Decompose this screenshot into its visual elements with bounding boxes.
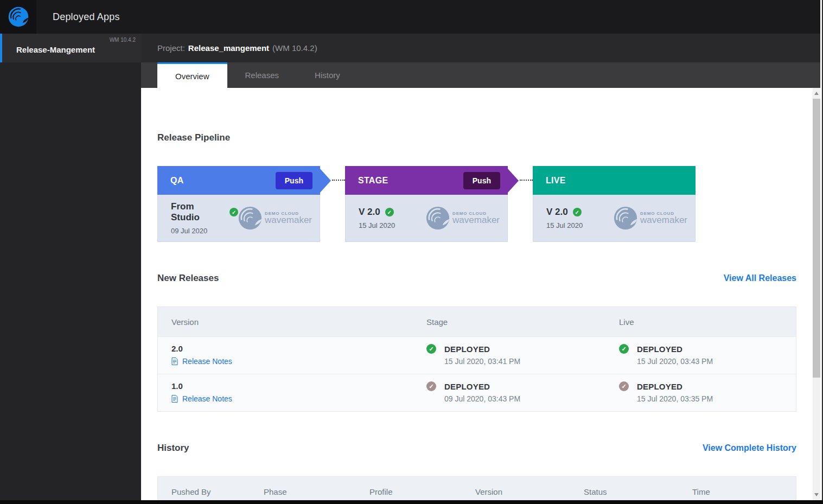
- stage-date: 15 Jul 2020: [546, 221, 583, 229]
- column-version: Version: [475, 487, 584, 496]
- view-all-releases-link[interactable]: View All Releases: [724, 273, 796, 283]
- tab-releases[interactable]: Releases: [227, 62, 297, 88]
- demo-cloud-brand: DEMO CLOUD wavemaker: [426, 206, 500, 230]
- status-badge: DEPLOYED: [444, 344, 490, 354]
- brand-line2: wavemaker: [452, 216, 500, 225]
- sidebar: WM 10.4.2 Release-Mangement: [0, 34, 141, 500]
- scroll-up-button[interactable]: [813, 89, 820, 98]
- stage-header-live: LIVE: [533, 166, 696, 195]
- column-stage: Stage: [426, 317, 619, 327]
- view-complete-history-link[interactable]: View Complete History: [703, 443, 796, 453]
- stage-name: STAGE: [358, 176, 388, 186]
- pipeline-stage-card-live: LIVE V 2.0 ✓ 15 Jul 2020 DEMO CLOUD wave…: [533, 166, 696, 242]
- column-pushed-by: Pushed By: [158, 487, 264, 496]
- arrow-down-icon: [814, 493, 819, 496]
- stage-name: QA: [170, 176, 184, 186]
- status-badge: DEPLOYED: [444, 382, 490, 391]
- wavemaker-wave-icon: [238, 206, 262, 230]
- column-time: Time: [692, 487, 796, 496]
- new-releases-table: Version Stage Live 2.0 Release Notes ✓ D…: [157, 307, 796, 412]
- window-right-edge: [820, 0, 823, 504]
- overview-panel: Release Pipeline QA Push From Studio ✓ 0…: [141, 88, 813, 500]
- check-circle-icon: ✓: [619, 381, 629, 391]
- wavemaker-wave-icon: [426, 206, 450, 230]
- history-table: Pushed By Phase Profile Version Status T…: [157, 476, 796, 500]
- stage-header-qa: QA Push: [157, 166, 320, 195]
- check-circle-icon: ✓: [426, 381, 436, 391]
- status-time: 15 Jul 2020, 03:43 PM: [637, 357, 796, 366]
- check-circle-icon: ✓: [229, 208, 238, 216]
- pipeline-stage-card-stage: STAGE Push V 2.0 ✓ 15 Jul 2020 DEMO CLOU…: [345, 166, 508, 242]
- column-profile: Profile: [369, 487, 475, 496]
- column-live: Live: [619, 317, 796, 327]
- pipeline-connector: [508, 166, 533, 195]
- new-releases-table-header: Version Stage Live: [158, 307, 796, 336]
- project-version-badge: WM 10.4.2: [110, 37, 136, 43]
- tab-history[interactable]: History: [297, 62, 358, 88]
- app-title: Deployed Apps: [53, 11, 120, 23]
- document-icon: [171, 395, 178, 403]
- push-button-stage[interactable]: Push: [463, 172, 500, 189]
- column-version: Version: [158, 317, 426, 327]
- arrow-up-icon: [814, 92, 819, 95]
- stage-body-qa: From Studio ✓ 09 Jul 2020 DEMO CLOUD wav…: [157, 195, 320, 242]
- column-status: Status: [584, 487, 692, 496]
- stage-version: V 2.0: [359, 207, 380, 218]
- pipeline-connector: [320, 166, 345, 195]
- release-pipeline: QA Push From Studio ✓ 09 Jul 2020 DEMO C…: [157, 166, 796, 242]
- release-pipeline-title: Release Pipeline: [157, 132, 796, 143]
- project-title: Release_mangement: [188, 43, 269, 53]
- pipeline-stage-card-qa: QA Push From Studio ✓ 09 Jul 2020 DEMO C…: [157, 166, 320, 242]
- scroll-down-button[interactable]: [813, 490, 820, 499]
- app-logo[interactable]: [0, 0, 36, 34]
- stage-header-stage: STAGE Push: [345, 166, 508, 195]
- window-bottom-edge: [0, 500, 823, 504]
- column-phase: Phase: [264, 487, 369, 496]
- release-notes-link[interactable]: Release Notes: [171, 394, 426, 403]
- stage-date: 09 Jul 2020: [171, 227, 238, 235]
- status-badge: DEPLOYED: [637, 344, 682, 354]
- check-circle-icon: ✓: [573, 208, 582, 216]
- check-circle-icon: ✓: [619, 344, 629, 354]
- brand-line2: wavemaker: [640, 216, 687, 225]
- dotted-line: [332, 180, 345, 181]
- check-circle-icon: ✓: [385, 208, 394, 216]
- stage-body-stage: V 2.0 ✓ 15 Jul 2020 DEMO CLOUD wavemaker: [345, 195, 508, 242]
- sidebar-item-project[interactable]: WM 10.4.2 Release-Mangement: [0, 34, 141, 62]
- document-icon: [171, 358, 178, 365]
- status-time: 15 Jul 2020, 03:35 PM: [637, 394, 796, 403]
- release-notes-label: Release Notes: [182, 357, 232, 366]
- release-version: 2.0: [171, 344, 426, 353]
- wavemaker-logo-icon: [8, 7, 29, 27]
- release-notes-link[interactable]: Release Notes: [171, 357, 426, 366]
- dotted-line: [520, 180, 533, 181]
- table-row: 1.0 Release Notes ✓ DEPLOYED 09 Jul 2020…: [158, 374, 796, 411]
- project-name: Release-Mangement: [16, 45, 136, 54]
- status-time: 15 Jul 2020, 03:41 PM: [444, 357, 619, 366]
- history-table-header: Pushed By Phase Profile Version Status T…: [158, 477, 796, 500]
- stage-version: From Studio: [171, 201, 225, 223]
- tab-overview[interactable]: Overview: [157, 62, 227, 88]
- demo-cloud-brand: DEMO CLOUD wavemaker: [238, 206, 312, 230]
- history-title: History: [157, 443, 189, 454]
- wavemaker-wave-icon: [614, 206, 637, 230]
- push-button-qa[interactable]: Push: [276, 172, 312, 189]
- status-badge: DEPLOYED: [637, 382, 682, 391]
- stage-date: 15 Jul 2020: [359, 221, 395, 229]
- scrollbar-thumb[interactable]: [813, 99, 820, 378]
- tabbar: Overview Releases History: [141, 62, 823, 88]
- project-header: Project: Release_mangement (WM 10.4.2): [141, 34, 823, 62]
- check-circle-icon: ✓: [426, 344, 436, 354]
- vertical-scrollbar[interactable]: [813, 88, 820, 500]
- release-version: 1.0: [171, 381, 426, 391]
- demo-cloud-brand: DEMO CLOUD wavemaker: [614, 206, 687, 230]
- stage-body-live: V 2.0 ✓ 15 Jul 2020 DEMO CLOUD wavemaker: [533, 195, 696, 242]
- status-time: 09 Jul 2020, 03:43 PM: [444, 394, 619, 403]
- topbar: Deployed Apps: [0, 0, 823, 34]
- brand-line2: wavemaker: [265, 216, 312, 225]
- new-releases-title: New Releases: [157, 273, 219, 284]
- stage-name: LIVE: [546, 176, 566, 186]
- table-row: 2.0 Release Notes ✓ DEPLOYED 15 Jul 2020…: [158, 336, 796, 374]
- stage-version: V 2.0: [546, 207, 568, 218]
- release-notes-label: Release Notes: [182, 394, 232, 403]
